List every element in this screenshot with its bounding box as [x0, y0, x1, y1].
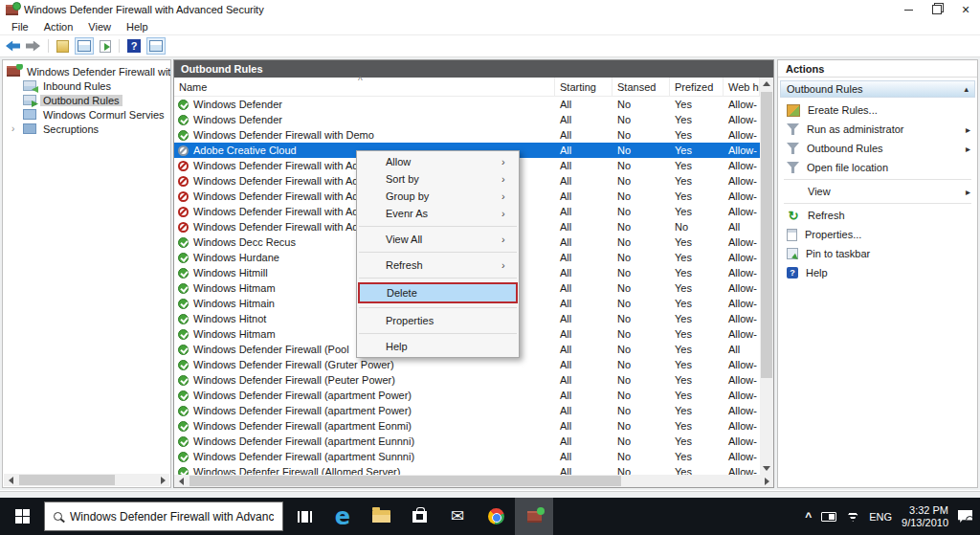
rule-name: Windows Defender Firewall (Gruter Power) — [193, 359, 394, 370]
taskbar-app-chrome[interactable] — [477, 498, 515, 535]
column-header-name[interactable]: Name — [174, 78, 555, 96]
start-button[interactable] — [0, 498, 44, 535]
rule-row[interactable]: Windows Defender Firewall (Gruter Power)… — [174, 357, 760, 372]
rule-row[interactable]: Windows Defender Firewall with DemoAllNo… — [174, 127, 760, 143]
scroll-right-icon[interactable] — [760, 475, 773, 487]
taskbar-app-file-explorer[interactable] — [362, 498, 400, 535]
show-console-tree-icon[interactable] — [149, 40, 163, 52]
help-icon[interactable]: ? — [127, 39, 141, 53]
collapse-arrow-icon[interactable]: ▴ — [964, 84, 969, 94]
list-vertical-scrollbar[interactable] — [760, 78, 773, 475]
taskbar-search[interactable]: Windows Defender Firewall with Advanced — [44, 502, 283, 531]
tree-item-outbound-rules[interactable]: Outbound Rules — [3, 93, 170, 107]
menu-action[interactable]: Action — [36, 21, 81, 33]
scroll-left-icon[interactable] — [174, 475, 188, 487]
action-refresh[interactable]: ↻Refresh — [778, 206, 977, 225]
action-properties[interactable]: Properties... — [778, 225, 977, 244]
export-document-icon[interactable] — [56, 40, 69, 53]
action-pin-to-taskbar[interactable]: Pin to taskbar — [778, 244, 977, 263]
menu-view[interactable]: View — [80, 21, 119, 33]
rule-prefized: Yes — [670, 359, 724, 370]
rule-row[interactable]: Windows DefenderAllNoYesAllow- — [174, 112, 760, 127]
tray-expand-icon[interactable]: ^ — [805, 510, 812, 524]
wifi-icon[interactable] — [846, 511, 859, 522]
search-icon — [54, 512, 62, 521]
minimize-button[interactable] — [894, 0, 923, 19]
context-menu-item-view-all[interactable]: View All› — [357, 231, 519, 248]
rule-starting: All — [555, 420, 612, 432]
context-menu-item-refresh[interactable]: Refresh› — [357, 256, 519, 274]
allow-rule-icon — [178, 436, 189, 447]
rule-row[interactable]: Windows Defender Firewall (apartment Pow… — [174, 388, 760, 403]
rule-name: Windows Hitmain — [193, 298, 275, 309]
clock[interactable]: 3:32 PM 9/13/2010 — [902, 504, 948, 529]
rule-web-hr: Allow- — [724, 405, 760, 416]
context-menu-item-group-by[interactable]: Group by› — [357, 188, 519, 205]
back-icon[interactable] — [6, 41, 20, 52]
column-header-prefized[interactable]: Prefized — [670, 78, 724, 96]
scrollbar-thumb[interactable] — [19, 475, 115, 485]
action-label: Outbound Rules — [807, 143, 966, 154]
rule-row[interactable]: Windows Defender Firewall (apartment Sun… — [174, 449, 760, 464]
allow-rule-icon — [178, 467, 189, 476]
tree-horizontal-scrollbar[interactable] — [4, 474, 169, 486]
tree-item-windows-cormurl-servies[interactable]: Windows Cormurl Servies — [3, 107, 170, 122]
rule-row[interactable]: Windows Defender Firewall (Peuter Power)… — [174, 372, 760, 388]
taskbar-app-edge[interactable]: e — [323, 498, 362, 535]
tree-expander-icon[interactable]: › — [11, 123, 21, 134]
taskbar-app-store[interactable] — [400, 498, 438, 535]
action-view[interactable]: View▸ — [778, 182, 977, 201]
language-indicator[interactable]: ENG — [869, 511, 892, 523]
actions-section-header[interactable]: Outbound Rules ▴ — [780, 80, 975, 98]
column-header-web-hr[interactable]: Web hr — [724, 78, 760, 96]
scroll-up-icon[interactable] — [760, 78, 773, 90]
scrollbar-thumb[interactable] — [761, 92, 772, 378]
scroll-left-icon[interactable] — [4, 474, 17, 486]
action-open-file-location[interactable]: Open file location — [778, 158, 977, 177]
rule-row[interactable]: Windows DefenderAllNoYesAllow- — [174, 97, 760, 112]
context-menu-item-evenr-as[interactable]: Evenr As› — [357, 205, 519, 222]
action-outbound-rules[interactable]: Outbound Rules▸ — [778, 139, 977, 158]
rule-name-cell: Windows Defender Firewall (Peuter Power) — [174, 374, 555, 386]
menu-file[interactable]: File — [4, 21, 36, 33]
taskbar-app-task-view[interactable] — [285, 498, 323, 535]
rule-stansed: No — [612, 420, 670, 432]
scrollbar-thumb[interactable] — [189, 476, 621, 486]
action-ereate-rules[interactable]: Ereate Rules... — [778, 100, 977, 120]
rule-web-hr: Allow- — [724, 175, 760, 187]
tree-item-secruptions[interactable]: ›Secruptions — [3, 122, 170, 136]
battery-icon[interactable] — [821, 512, 836, 522]
tree-item-inbound-rules[interactable]: Inbound Rules — [3, 78, 170, 93]
forward-icon[interactable] — [26, 41, 40, 52]
rule-row[interactable]: Windows Defender Firewall (apartment Eon… — [174, 418, 760, 434]
context-menu-item-delete[interactable]: Delete — [358, 282, 518, 303]
list-horizontal-scrollbar[interactable] — [174, 475, 773, 487]
context-menu-item-properties[interactable]: Properties — [357, 312, 519, 329]
rule-name: Windows Defender Firewall with Advan — [193, 190, 375, 202]
action-help[interactable]: ?Help — [778, 263, 977, 282]
rule-web-hr: Allow- — [724, 359, 760, 370]
tree-item-root[interactable]: Windows Defender Firewall with A — [3, 64, 170, 78]
rule-row[interactable]: Windows Defender Firewall (apartment Pow… — [174, 403, 760, 418]
scroll-right-icon[interactable] — [156, 474, 169, 486]
column-header-starting[interactable]: Starting — [555, 78, 612, 96]
action-center-icon[interactable] — [958, 510, 972, 523]
rule-row[interactable]: Windows Defenfer Firewall (Allomed Serve… — [174, 464, 760, 475]
taskbar-app-firewall[interactable] — [515, 498, 553, 535]
export-list-icon[interactable] — [100, 40, 111, 53]
console-window-icon[interactable] — [78, 40, 91, 52]
context-menu-item-help[interactable]: Help — [357, 338, 519, 355]
allow-rule-icon — [178, 406, 189, 416]
taskbar-app-mail[interactable]: ✉ — [438, 498, 477, 535]
action-run-as-administrator[interactable]: Run as administrator▸ — [778, 120, 977, 139]
firewall-icon — [527, 511, 542, 523]
menu-help[interactable]: Help — [119, 21, 156, 33]
scroll-down-icon[interactable] — [760, 462, 773, 475]
context-menu-item-sort-by[interactable]: Sort by› — [357, 170, 519, 188]
rule-row[interactable]: Windows Defender Firewall (apartment Eun… — [174, 434, 760, 449]
column-header-stansed[interactable]: Stansed — [612, 78, 670, 96]
restore-button[interactable] — [923, 0, 951, 19]
close-button[interactable]: × — [951, 0, 980, 19]
context-menu-item-allow[interactable]: Allow› — [357, 153, 519, 170]
rule-web-hr: Allow- — [724, 328, 760, 340]
